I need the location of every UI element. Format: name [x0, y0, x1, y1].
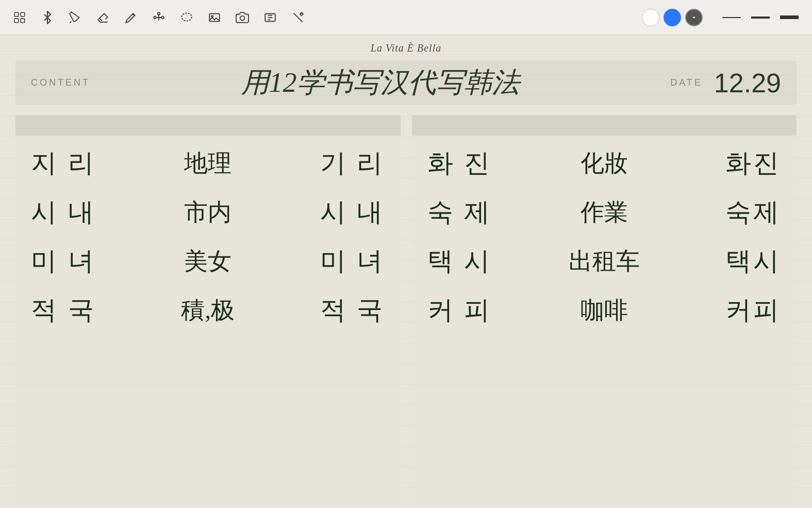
pen-icon[interactable]: [66, 8, 85, 27]
bluetooth-icon[interactable]: [38, 8, 57, 27]
right-panel-header: [412, 115, 797, 136]
svg-rect-2: [14, 19, 19, 23]
svg-point-5: [154, 16, 156, 18]
vocab-chinese: 出租车: [545, 245, 663, 277]
vocab-korean2: 미 녀: [267, 244, 385, 278]
shape-icon[interactable]: [150, 8, 168, 27]
vocab-korean: 시 내: [31, 195, 149, 230]
right-panel-content: 화 진 化妝 화진 숙 제 作業 숙제 택 시 出租车 택시 커 피 咖啡 커피: [412, 136, 797, 338]
image-icon[interactable]: [205, 8, 224, 27]
vocab-korean: 커 피: [427, 293, 545, 327]
right-vocab-row: 화 진 化妝 화진: [427, 146, 782, 181]
vocab-chinese: 作業: [545, 196, 663, 228]
left-panel-content: 지 리 地理 기 리 시 내 市内 시 내 미 녀 美女 미 녀 적 국 積,极…: [15, 136, 401, 338]
vocab-korean2: 커피: [663, 293, 781, 327]
left-vocab-row: 지 리 地理 기 리: [31, 146, 385, 181]
svg-point-13: [240, 15, 245, 20]
right-vocab-row: 숙 제 作業 숙제: [427, 195, 782, 230]
svg-point-10: [181, 13, 192, 21]
camera-icon[interactable]: [233, 8, 252, 27]
vocab-korean2: 시 내: [267, 195, 385, 230]
line-medium-btn[interactable]: [748, 14, 773, 21]
vocab-korean: 미 녀: [31, 244, 149, 278]
notebook-page: La Vita È Bella CONTENT 用12学书写汉代写韩法 DATE…: [0, 35, 812, 508]
left-panel-header: [15, 115, 401, 136]
svg-point-6: [161, 16, 163, 18]
vocab-korean: 택 시: [427, 244, 545, 278]
grid-icon[interactable]: [10, 8, 29, 27]
vocab-korean: 숙 제: [427, 195, 545, 230]
svg-rect-3: [21, 19, 25, 23]
svg-line-22: [302, 12, 303, 13]
vocab-korean2: 숙제: [663, 195, 781, 230]
vocab-korean: 적 국: [31, 293, 149, 327]
date-section: DATE 12.29: [670, 68, 781, 99]
vocab-korean2: 기 리: [267, 146, 385, 181]
left-panel: 지 리 地理 기 리 시 내 市内 시 내 미 녀 美女 미 녀 적 국 積,极…: [15, 115, 401, 503]
laser-icon[interactable]: [289, 8, 307, 27]
vocab-korean2: 적 국: [267, 293, 385, 327]
svg-point-7: [158, 12, 160, 14]
title-bar: La Vita È Bella: [0, 35, 812, 61]
vocab-chinese: 美女: [149, 245, 267, 277]
vocab-chinese: 積,极: [149, 294, 267, 326]
vocab-korean: 화 진: [427, 146, 545, 181]
content-value: 用12学书写汉代写韩法: [90, 64, 670, 102]
content-label: CONTENT: [31, 77, 90, 88]
vocab-korean2: 택시: [663, 244, 781, 278]
date-value: 12.29: [714, 68, 781, 99]
panels-container: 지 리 地理 기 리 시 내 市内 시 내 미 녀 美女 미 녀 적 국 積,极…: [15, 115, 797, 503]
right-vocab-row: 택 시 出租车 택시: [427, 244, 782, 278]
svg-rect-1: [21, 12, 25, 17]
vocab-chinese: 咖啡: [545, 294, 663, 326]
marker-icon[interactable]: [122, 8, 140, 27]
line-thick-btn[interactable]: [777, 13, 802, 21]
color-controls: [642, 9, 802, 26]
color-white[interactable]: [642, 9, 659, 26]
date-label: DATE: [670, 77, 703, 88]
text-icon[interactable]: [261, 8, 279, 27]
vocab-chinese: 化妝: [545, 148, 663, 179]
vocab-korean: 지 리: [31, 146, 149, 181]
right-panel: 화 진 化妝 화진 숙 제 作業 숙제 택 시 出租车 택시 커 피 咖啡 커피: [412, 115, 797, 503]
left-vocab-row: 시 내 市内 시 내: [31, 195, 385, 230]
right-vocab-row: 커 피 咖啡 커피: [427, 293, 782, 327]
toolbar: [0, 0, 812, 35]
vocab-chinese: 市内: [149, 196, 267, 228]
content-handwriting: 用12学书写汉代写韩法: [241, 67, 520, 98]
color-dark[interactable]: [685, 9, 703, 26]
line-thin-btn[interactable]: [719, 15, 744, 20]
page-title: La Vita È Bella: [371, 42, 441, 54]
vocab-korean2: 화진: [663, 146, 781, 181]
left-vocab-row: 미 녀 美女 미 녀: [31, 244, 385, 278]
lasso-icon[interactable]: [177, 8, 196, 27]
svg-line-18: [293, 13, 302, 22]
left-vocab-row: 적 국 積,极 적 국: [31, 293, 385, 327]
svg-line-4: [100, 19, 102, 21]
color-blue[interactable]: [664, 9, 681, 26]
content-header: CONTENT 用12学书写汉代写韩法 DATE 12.29: [15, 61, 797, 105]
vocab-chinese: 地理: [149, 148, 267, 179]
svg-rect-0: [14, 12, 19, 17]
eraser-icon[interactable]: [94, 8, 112, 27]
